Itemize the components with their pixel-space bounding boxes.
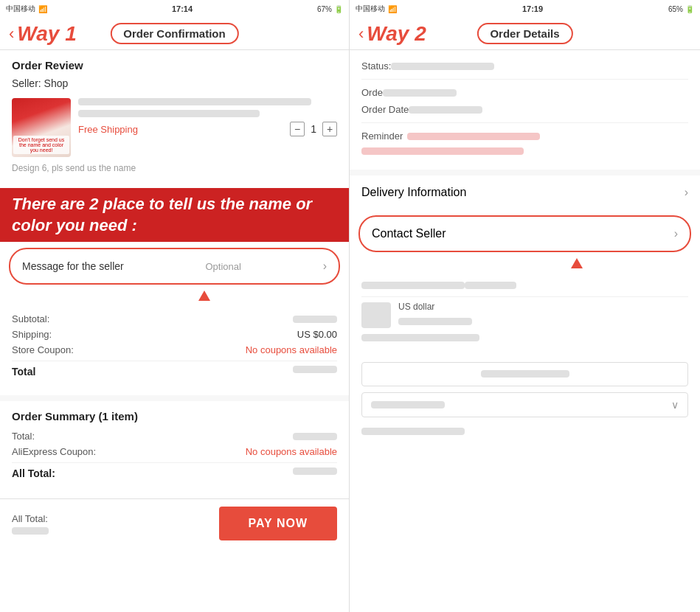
dropdown-value xyxy=(371,401,445,408)
message-label: Message for the seller xyxy=(22,260,124,272)
qty-minus-btn[interactable]: − xyxy=(290,122,305,136)
qty-plus-btn[interactable]: + xyxy=(322,122,337,136)
right-content: Status: Orde Order Date Reminder xyxy=(350,50,700,612)
overlay-banner: There are 2 place to tell us the name or… xyxy=(0,188,349,242)
qty-number: 1 xyxy=(311,123,316,135)
order-label: Orde xyxy=(361,87,383,98)
way2-label: Way 2 xyxy=(367,22,426,46)
optional-label: Optional xyxy=(205,261,240,272)
product-name-blur-1 xyxy=(78,98,311,105)
shipping-label: Shipping: xyxy=(12,329,52,340)
reminder-row: Reminder xyxy=(361,128,688,145)
divider1 xyxy=(361,79,688,80)
nav-bar-left: ‹ Way 1 Order Confirmation xyxy=(0,18,349,50)
design-note: Design 6, pls send us the name xyxy=(12,163,337,173)
left-content: Order Review Seller: Shop Don't forget s… xyxy=(0,50,349,612)
subtotal-label: Subtotal: xyxy=(12,313,49,324)
total-row: Total xyxy=(12,361,337,382)
price-section: Subtotal: Shipping: US $0.00 Store Coupo… xyxy=(0,304,349,389)
chevron-right-contact: › xyxy=(674,227,678,240)
seller-row: Seller: Shop xyxy=(12,77,337,89)
order-value xyxy=(383,89,457,97)
left-panel: 中国移动 📶 17:14 67% 🔋 ‹ Way 1 Order Confirm… xyxy=(0,0,350,612)
free-shipping-row: Free Shipping − 1 + xyxy=(78,122,337,136)
status-status-row: Status: xyxy=(361,58,688,74)
reminder-value2 xyxy=(361,147,524,155)
nav-bar-right: ‹ Way 2 Order Details xyxy=(350,18,700,50)
all-total-left: All Total: xyxy=(12,513,49,535)
arrow-up-left xyxy=(59,291,349,301)
shipping-row: Shipping: US $0.00 xyxy=(12,327,337,342)
order-date-label: Order Date xyxy=(361,104,409,115)
order-summary-title: Order Summary (1 item) xyxy=(12,410,337,423)
input-value xyxy=(481,370,569,378)
payment-text-col: US dollar xyxy=(398,302,688,328)
carrier-left: 中国移动 xyxy=(6,4,35,14)
payment-icon xyxy=(361,302,391,328)
way1-label: Way 1 xyxy=(17,22,76,46)
pay-now-button[interactable]: PAY NOW xyxy=(219,507,338,540)
product-row: Don't forget send us the name and color … xyxy=(12,98,337,157)
chevron-right-message: › xyxy=(323,260,327,273)
back-icon-left[interactable]: ‹ xyxy=(9,26,14,42)
reminder-value xyxy=(407,133,540,140)
arrow-indicator-right xyxy=(571,258,583,268)
battery-icon-left: 🔋 xyxy=(334,5,343,13)
payment-blur-1 xyxy=(361,282,465,289)
quantity-controls: − 1 + xyxy=(290,122,337,136)
right-panel: 中国移动 📶 17:19 65% 🔋 ‹ Way 2 Order Details… xyxy=(350,0,700,612)
status-left-group: 中国移动 📶 xyxy=(6,4,47,14)
divider2 xyxy=(361,122,688,123)
subtotal-row: Subtotal: xyxy=(12,311,337,327)
all-total-value xyxy=(293,467,337,475)
wifi-icon: 📶 xyxy=(38,5,47,13)
store-coupon-row: Store Coupon: No coupons available xyxy=(12,342,337,358)
status-value xyxy=(391,63,494,70)
nav-title-left: Order Confirmation xyxy=(110,23,238,44)
store-coupon-label: Store Coupon: xyxy=(12,344,74,355)
order-num-row: Orde xyxy=(361,84,688,101)
payment-blur-2 xyxy=(465,282,516,289)
all-total-row: All Total: xyxy=(12,462,337,484)
message-seller-row[interactable]: Message for the seller Optional › xyxy=(9,248,340,285)
us-dollar-text: US dollar xyxy=(398,302,688,312)
contact-seller-label: Contact Seller xyxy=(372,227,446,240)
back-icon-right[interactable]: ‹ xyxy=(358,26,364,42)
nav-title-right: Order Details xyxy=(477,23,572,44)
aliexpress-coupon-label: AliExpress Coupon: xyxy=(12,446,96,457)
status-label: Status: xyxy=(361,60,391,72)
status-right-group: 67% 🔋 xyxy=(317,5,343,13)
payment-section: US dollar xyxy=(350,271,700,358)
total-label-2: Total: xyxy=(12,431,35,442)
reminder-row2 xyxy=(361,145,688,158)
free-shipping-label: Free Shipping xyxy=(78,124,138,135)
payment-blur-row1 xyxy=(361,279,688,292)
bottom-blur-section xyxy=(350,428,700,442)
delivery-label: Delivery Information xyxy=(361,186,466,199)
store-coupon-value: No coupons available xyxy=(246,344,337,355)
product-details: Free Shipping − 1 + xyxy=(78,98,337,136)
order-date-value xyxy=(409,106,482,114)
shipping-value: US $0.00 xyxy=(297,329,337,340)
gap1 xyxy=(0,395,349,401)
reminder-label: Reminder xyxy=(361,131,403,142)
wifi-icon-right: 📶 xyxy=(388,5,397,13)
input-section: ∨ xyxy=(350,362,700,428)
battery-left: 67% xyxy=(317,5,332,13)
chevron-right-delivery: › xyxy=(685,186,688,199)
total-value-2 xyxy=(293,433,337,440)
status-right-left-group: 中国移动 📶 xyxy=(356,4,397,14)
delivery-row[interactable]: Delivery Information › xyxy=(350,175,700,209)
all-total-label-2: All Total: xyxy=(12,513,49,524)
payment-blur-3 xyxy=(361,334,479,341)
total-label: Total xyxy=(12,366,35,378)
status-right-right-group: 65% 🔋 xyxy=(668,5,694,13)
subtotal-value xyxy=(293,316,337,323)
dropdown-row[interactable]: ∨ xyxy=(361,392,688,417)
time-left: 17:14 xyxy=(172,4,193,13)
main-container: 中国移动 📶 17:14 67% 🔋 ‹ Way 1 Order Confirm… xyxy=(0,0,700,612)
contact-seller-row[interactable]: Contact Seller › xyxy=(358,215,691,252)
all-total-amount xyxy=(12,527,49,535)
bottom-blur-1 xyxy=(361,428,465,435)
input-field[interactable] xyxy=(361,362,688,386)
